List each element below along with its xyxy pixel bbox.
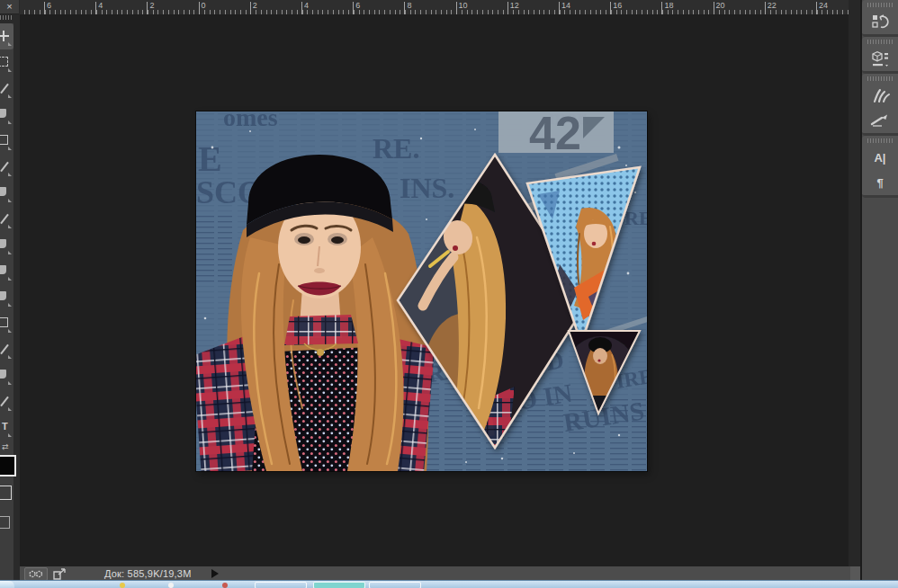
brush-presets-panel-button[interactable] xyxy=(862,108,898,133)
ruler-label: 16 xyxy=(613,1,622,10)
ruler-label: 4 xyxy=(304,1,309,10)
rectangular-marquee-tool-icon xyxy=(0,57,8,67)
export-icon[interactable] xyxy=(53,568,67,580)
type-tool-icon: T xyxy=(0,422,8,432)
panel-close-icon[interactable]: × xyxy=(0,0,19,14)
dodge-tool-icon xyxy=(0,370,6,379)
ruler-label: 2 xyxy=(253,1,257,10)
foreground-color-swatch[interactable] xyxy=(0,455,16,477)
lasso-tool-icon xyxy=(0,84,9,94)
start-button-edge[interactable] xyxy=(0,581,14,588)
move-tool-icon xyxy=(0,31,9,41)
panel-grip[interactable] xyxy=(867,40,893,44)
eraser-tool[interactable] xyxy=(0,284,13,310)
rectangular-marquee-tool[interactable] xyxy=(0,49,13,76)
spot-healing-brush-tool-icon xyxy=(0,187,6,196)
taskbar-item[interactable] xyxy=(222,583,228,588)
history-brush-tool-icon xyxy=(0,265,6,274)
swap-colors-icon[interactable]: ⇄ xyxy=(0,442,13,451)
document-size-info: Док: 585,9K/19,3M xyxy=(104,568,192,579)
quick-selection-tool-icon xyxy=(0,109,6,118)
ruler-label: 6 xyxy=(355,1,360,10)
ruler-label: 18 xyxy=(664,1,673,10)
ruler-label: 12 xyxy=(510,1,519,10)
clone-stamp-tool[interactable] xyxy=(0,232,13,258)
quick-selection-tool[interactable] xyxy=(0,102,13,128)
newsprint-word: RE. xyxy=(373,132,419,165)
history-brush-tool[interactable] xyxy=(0,258,13,284)
ruler-label: 8 xyxy=(407,1,411,10)
vertical-scroll-strip[interactable] xyxy=(849,0,862,581)
collage-artwork: omesmer.ERE.SCOINS.REFRANANDO INRUINSIRE… xyxy=(196,111,647,471)
clone-stamp-tool-icon xyxy=(0,239,6,248)
eyedropper-tool-icon xyxy=(0,162,9,172)
panel-group xyxy=(862,37,898,74)
status-bar: Док: 585,9K/19,3M xyxy=(20,566,850,581)
panel-group xyxy=(862,0,898,37)
panel-grip[interactable] xyxy=(867,76,893,81)
ruler-label: 10 xyxy=(459,1,468,10)
canvas-area[interactable]: omesmer.ERE.SCOINS.REFRANANDO INRUINSIRE… xyxy=(20,14,850,566)
type-tool[interactable]: T xyxy=(0,414,13,441)
panel-group xyxy=(862,74,898,136)
collapsed-panels-column: A|¶ xyxy=(862,0,898,581)
ruler-label: 6 xyxy=(47,1,51,10)
status-menu-arrow-icon[interactable] xyxy=(211,569,219,578)
ruler-label: 24 xyxy=(819,1,828,10)
newsprint-word: E xyxy=(198,138,222,179)
dodge-tool[interactable] xyxy=(0,362,13,388)
move-tool[interactable] xyxy=(0,23,13,49)
paragraph-icon: ¶ xyxy=(876,176,883,190)
status-options-button[interactable] xyxy=(24,567,48,581)
eyedropper-tool[interactable] xyxy=(0,154,13,180)
ruler-label: 4 xyxy=(98,1,103,10)
document-image[interactable]: omesmer.ERE.SCOINS.REFRANANDO INRUINSIRE… xyxy=(196,111,647,471)
background-color-swatch[interactable] xyxy=(0,486,12,500)
taskbar-item[interactable] xyxy=(369,582,421,588)
taskbar-item[interactable] xyxy=(255,582,307,588)
panel-grip[interactable] xyxy=(867,138,893,143)
taskbar-item[interactable] xyxy=(120,583,125,588)
character-icon: A| xyxy=(874,151,885,165)
color-swatch-area: ⇄ xyxy=(0,442,13,550)
ruler-label: 0 xyxy=(202,1,206,10)
gradient-tool-icon xyxy=(0,317,8,327)
crop-tool-icon xyxy=(0,135,8,145)
crop-tool[interactable] xyxy=(0,128,13,154)
tools-panel-strip: × T ⇄ xyxy=(0,0,20,581)
blur-tool[interactable] xyxy=(0,336,13,362)
paragraph-panel-button[interactable]: ¶ xyxy=(862,170,898,195)
character-panel-button[interactable]: A| xyxy=(862,145,898,170)
newsprint-word: INS. xyxy=(400,172,454,204)
brush-panel-button[interactable] xyxy=(862,83,898,108)
ruler-label: 20 xyxy=(716,1,725,10)
ruler-label: 2 xyxy=(149,1,154,10)
brush-tool[interactable] xyxy=(0,206,13,232)
horizontal-ruler[interactable]: 642024681012141618202224 xyxy=(20,0,850,15)
pen-tool[interactable] xyxy=(0,388,13,414)
brush-tool-icon xyxy=(0,214,9,224)
3d-panel-button[interactable] xyxy=(862,46,898,71)
taskbar-item[interactable] xyxy=(168,583,174,588)
pen-tool-icon xyxy=(0,396,9,406)
ruler-label: 14 xyxy=(561,1,570,10)
blur-tool-icon xyxy=(0,344,9,354)
history-panel-button[interactable] xyxy=(862,9,898,34)
tools-panel-grip[interactable] xyxy=(0,15,13,20)
taskbar-item[interactable] xyxy=(313,582,365,588)
quick-mask-button[interactable] xyxy=(0,516,10,529)
lasso-tool[interactable] xyxy=(0,76,13,102)
svg-text:42: 42 xyxy=(529,111,581,159)
gradient-tool[interactable] xyxy=(0,310,13,336)
windows-taskbar[interactable] xyxy=(0,580,898,588)
newsprint-word: RE xyxy=(624,207,647,229)
newsprint-word: omes xyxy=(223,111,278,131)
panel-group: A|¶ xyxy=(862,136,898,198)
eraser-tool-icon xyxy=(0,291,6,300)
photoshop-window: × T ⇄ 642024681012141618202224 xyxy=(0,0,898,588)
spot-healing-brush-tool[interactable] xyxy=(0,180,13,206)
ruler-label: 22 xyxy=(768,1,777,10)
panel-grip[interactable] xyxy=(867,3,893,7)
